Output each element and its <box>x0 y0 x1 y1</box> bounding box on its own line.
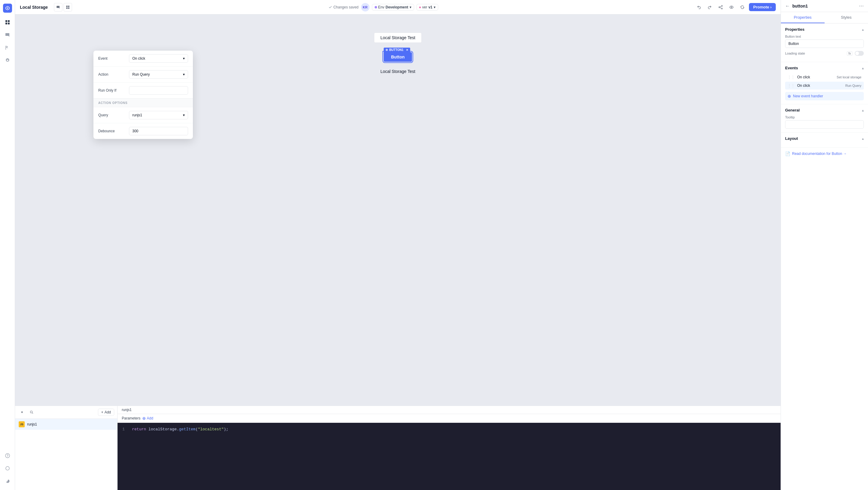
code-line: 1 return localStorage.getItem("localtest… <box>122 426 776 432</box>
event-item-0[interactable]: ⋮⋮ On click Set local storage <box>785 73 864 81</box>
sidebar-icon-editor[interactable] <box>2 17 13 28</box>
tab-properties[interactable]: Properties <box>781 12 825 23</box>
search-icon[interactable] <box>28 408 36 416</box>
sidebar-icon-gear[interactable] <box>2 55 13 66</box>
action-select[interactable]: Run Query ▾ <box>129 70 188 79</box>
back-button[interactable]: ← <box>785 3 790 9</box>
add-query-button[interactable]: + Add <box>98 409 114 416</box>
new-event-handler-button[interactable]: ⊕ New event handler <box>785 92 864 100</box>
run-only-if-input[interactable] <box>129 86 188 95</box>
delete-small-icon[interactable]: ✕ <box>406 49 408 52</box>
topbar-right: Promote › <box>695 3 776 11</box>
events-section-header: Events <box>785 66 864 70</box>
share-icon[interactable] <box>716 3 725 11</box>
ver-icon: ♦ <box>419 5 421 9</box>
plus-circle-icon: ⊕ <box>787 94 791 98</box>
svg-rect-11 <box>66 7 67 9</box>
svg-rect-9 <box>66 5 67 7</box>
properties-chevron[interactable] <box>862 27 864 32</box>
svg-rect-2 <box>8 20 10 22</box>
version-selector[interactable]: ♦ ver v1 ▾ <box>416 4 438 10</box>
run-only-if-label: Run Only If <box>98 88 125 93</box>
drag-handle-icon: ⋮⋮ <box>787 84 795 88</box>
action-label: Action <box>98 72 125 76</box>
button-label-bar: ⚙ BUTTON1 ✕ <box>384 48 410 52</box>
filter-icon[interactable] <box>37 408 45 416</box>
layout-chevron[interactable] <box>862 136 864 141</box>
fx-button[interactable]: fx <box>847 51 852 56</box>
event-label: Event <box>98 56 125 61</box>
promote-button[interactable]: Promote › <box>749 3 776 11</box>
app-logo[interactable] <box>3 4 12 13</box>
text-widget: Local Storage Test <box>374 33 422 43</box>
js-badge: JS <box>19 421 25 427</box>
canvas-upper: Local Storage Test ⚙ BUTTON1 ✕ Button Lo… <box>15 14 781 406</box>
more-options-button[interactable]: ⋯ <box>859 3 864 9</box>
canvas-widget-area: Local Storage Test ⚙ BUTTON1 ✕ Button Lo… <box>374 33 422 74</box>
button-component: ⚙ BUTTON1 ✕ Button <box>384 48 412 62</box>
undo-icon[interactable] <box>695 3 703 11</box>
right-panel: ← button1 ⋯ Properties Styles Properties… <box>781 0 868 490</box>
event-item-action-1: Run Query <box>845 84 861 87</box>
events-title: Events <box>785 66 798 70</box>
general-section: General Tooltip <box>781 104 868 132</box>
general-chevron[interactable] <box>862 108 864 113</box>
grid-icon[interactable] <box>64 3 72 11</box>
code-content: return localStorage.getItem("localtest")… <box>132 426 228 432</box>
drag-handle-icon: ⋮⋮ <box>787 75 795 79</box>
query-list-item[interactable]: JS runjs1 <box>15 419 117 430</box>
debounce-input[interactable] <box>129 127 188 135</box>
sidebar-icon-chat[interactable] <box>2 30 13 40</box>
sidebar-icon-moon[interactable] <box>2 476 13 486</box>
component-title: button1 <box>792 4 857 8</box>
sidebar-icon-chat2[interactable] <box>2 463 13 474</box>
layout-section: Layout <box>781 132 868 148</box>
preview-icon[interactable] <box>727 3 736 11</box>
button-text-input[interactable] <box>785 39 864 48</box>
event-item-name-1: On click <box>797 84 810 88</box>
event-select[interactable]: On click ▾ <box>129 54 188 63</box>
loading-state-toggle[interactable] <box>855 51 864 56</box>
left-sidebar: ? <box>0 0 15 490</box>
loading-state-label: Loading state <box>785 52 844 55</box>
comment-icon[interactable] <box>54 3 62 11</box>
topbar: Local Storage Changes saved KR Env Devel… <box>15 0 781 14</box>
add-param-button[interactable]: ⊕ Add <box>142 416 153 421</box>
sidebar-icon-flag[interactable] <box>2 42 13 53</box>
env-selector[interactable]: Env Development ▾ <box>372 4 414 10</box>
event-item-1[interactable]: ⋮⋮ On click Run Query <box>785 82 864 90</box>
event-popup: Event On click ▾ Action Run Query ▾ Run … <box>93 51 193 139</box>
event-item-action-0: Set local storage <box>837 75 861 79</box>
doc-link[interactable]: 📄 Read documentation for Button → <box>781 148 868 160</box>
tooltip-input[interactable] <box>785 120 864 129</box>
tab-styles[interactable]: Styles <box>825 12 868 23</box>
tooltip-label: Tooltip <box>785 115 864 119</box>
action-options-header: ACTION OPTIONS <box>93 98 193 107</box>
chevron-down-icon: ▾ <box>183 56 185 61</box>
sidebar-icon-help[interactable]: ? <box>2 450 13 461</box>
svg-point-16 <box>731 7 733 8</box>
refresh-icon[interactable] <box>738 3 747 11</box>
bottom-panel: ✦ + Add JS runjs1 <box>15 406 781 490</box>
code-editor[interactable]: 1 return localStorage.getItem("localtest… <box>118 423 781 490</box>
svg-rect-12 <box>68 7 69 9</box>
popup-query-row: Query runjs1 ▾ <box>93 107 193 123</box>
params-label: Parameters <box>122 416 141 420</box>
main-content: Local Storage Changes saved KR Env Devel… <box>15 0 781 490</box>
svg-point-14 <box>719 7 720 8</box>
user-avatar[interactable]: KR <box>361 3 370 11</box>
env-dot <box>375 6 377 8</box>
canvas-button[interactable]: Button <box>384 52 412 62</box>
canvas-text-below: Local Storage Test <box>380 69 415 74</box>
gear-small-icon: ⚙ <box>385 49 388 52</box>
query-select[interactable]: runjs1 ▾ <box>129 111 188 119</box>
editor-params-bar: Parameters ⊕ Add <box>118 414 781 423</box>
sparkle-icon[interactable]: ✦ <box>18 408 26 416</box>
events-chevron[interactable] <box>862 66 864 70</box>
svg-rect-3 <box>5 23 7 24</box>
chevron-down-icon: ▾ <box>434 5 435 9</box>
redo-icon[interactable] <box>706 3 714 11</box>
svg-point-0 <box>7 7 8 9</box>
svg-point-13 <box>721 5 723 6</box>
svg-point-17 <box>30 411 33 413</box>
